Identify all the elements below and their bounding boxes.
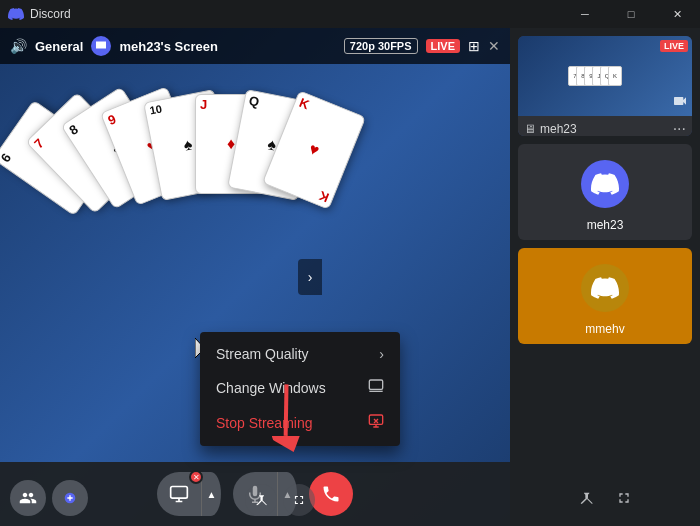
stream-header-left: 🔊 General meh23's Screen [10,36,218,56]
camera-icon [672,93,688,112]
live-badge: LIVE [426,39,460,53]
close-stream-button[interactable]: ✕ [488,38,500,54]
user-tile-mmehv: mmehv [518,248,692,344]
discord-avatar-mmehv [581,264,629,312]
screen-share-dropdown-button[interactable]: ▲ [201,472,221,516]
chevron-right-icon: › [379,346,384,362]
screen-share-button[interactable]: ✕ [157,472,201,516]
screen-share-active-indicator: ✕ [189,470,203,484]
discord-icon [8,6,24,22]
window-change-icon [368,378,384,397]
stream-screen-label: meh23's Screen [119,39,217,54]
stream-header-right: 720p 30FPS LIVE ⊞ ✕ [344,38,500,54]
minimize-button[interactable]: ─ [562,0,608,28]
sidebar-toggle-button[interactable]: › [298,259,322,295]
stream-source-icon [91,36,111,56]
grid-icon[interactable]: ⊞ [468,38,480,54]
stream-thumbnail-info: 🖥 meh23 ··· [518,116,692,136]
discord-avatar-meh23 [581,160,629,208]
monitor-icon: 🖥 [524,122,536,136]
stream-thumbnail-image: 7 8 9 J Q K LIVE [518,36,692,116]
user-tile-name-mmehv: mmehv [585,322,624,336]
mini-card-6: K [608,66,622,86]
bottom-toolbar: ✕ ▲ ▲ [0,462,510,526]
stream-header: 🔊 General meh23's Screen 720p 30FPS LIVE… [0,28,510,64]
pin-button[interactable] [245,484,277,516]
stop-stream-icon [368,413,384,432]
user-tile-name-meh23: meh23 [587,218,624,232]
fullscreen-button[interactable] [283,484,315,516]
stream-thumbnail: 7 8 9 J Q K LIVE 🖥 meh23 ··· [518,36,692,136]
title-bar: Discord ─ □ ✕ [0,0,700,28]
stream-thumb-user: 🖥 meh23 [524,122,577,136]
pin-sidebar-button[interactable] [572,484,600,512]
voice-channel-button[interactable] [52,480,88,516]
channel-label: General [35,39,83,54]
quality-badge: 720p 30FPS [344,38,418,54]
game-background: 6 ♠ 6 7 ♦ 7 8 ♣ 8 9 [0,28,510,526]
end-call-button[interactable] [309,472,353,516]
stream-quality-menu-item[interactable]: Stream Quality › [200,338,400,370]
close-button[interactable]: ✕ [654,0,700,28]
svg-rect-1 [369,415,382,424]
stream-area: 🔊 General meh23's Screen 720p 30FPS LIVE… [0,28,510,526]
sound-icon: 🔊 [10,38,27,54]
window-controls: ─ □ ✕ [562,0,700,28]
svg-line-3 [264,384,308,435]
main-container: 🔊 General meh23's Screen 720p 30FPS LIVE… [0,28,700,526]
expand-sidebar-button[interactable] [610,484,638,512]
svg-rect-5 [171,487,188,499]
add-user-button[interactable] [10,480,46,516]
svg-rect-0 [369,380,382,389]
user-tile-meh23: meh23 [518,144,692,240]
app-title: Discord [30,7,71,21]
maximize-button[interactable]: □ [608,0,654,28]
sidebar-bottom-controls [518,478,692,518]
stream-controls-right [245,484,315,516]
screen-share-group: ✕ ▲ [157,472,221,516]
right-sidebar: 7 8 9 J Q K LIVE 🖥 meh23 ··· [510,28,700,526]
thumbnail-live-badge: LIVE [660,40,688,52]
more-options-button[interactable]: ··· [673,120,686,136]
